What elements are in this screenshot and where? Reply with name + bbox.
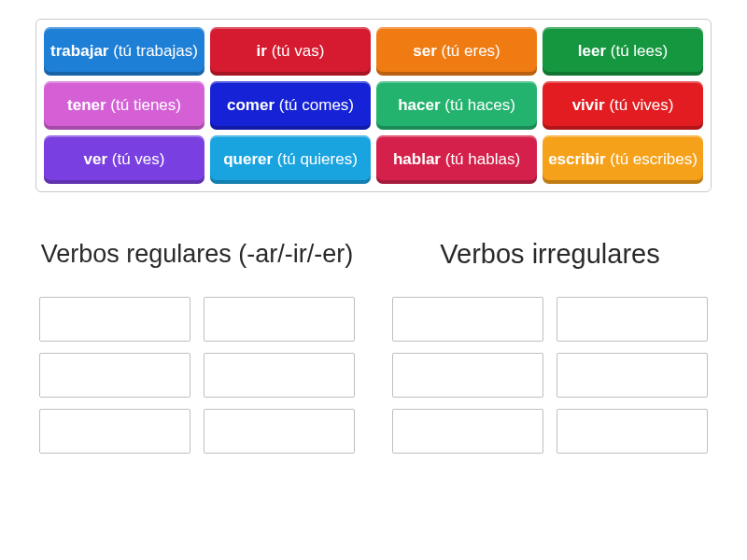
- drop-slot[interactable]: [557, 353, 708, 398]
- verb-tile[interactable]: ver (tú ves): [44, 135, 204, 184]
- drop-slot[interactable]: [204, 409, 355, 454]
- category-regulares: Verbos regulares (-ar/-ir/-er): [39, 218, 355, 454]
- verb-tile[interactable]: ir (tú vas): [210, 27, 371, 76]
- drop-slot[interactable]: [39, 353, 190, 398]
- verb-tile[interactable]: leer (tú lees): [543, 27, 703, 76]
- verb-tile[interactable]: comer (tú comes): [210, 81, 371, 130]
- verb-tile[interactable]: ser (tú eres): [376, 27, 537, 76]
- verb-tile[interactable]: hablar (tú hablas): [376, 135, 537, 184]
- category-title: Verbos regulares (-ar/-ir/-er): [39, 218, 355, 291]
- drop-slot[interactable]: [39, 409, 190, 454]
- verb-tile[interactable]: trabajar (tú trabajas): [44, 27, 204, 76]
- drop-slot[interactable]: [557, 409, 708, 454]
- drop-slot[interactable]: [204, 353, 355, 398]
- verb-tile[interactable]: vivir (tú vives): [543, 81, 703, 130]
- tile-tray: trabajar (tú trabajas) ir (tú vas) ser (…: [35, 19, 712, 192]
- drop-slot[interactable]: [557, 297, 708, 342]
- category-title: Verbos irregulares: [392, 218, 708, 291]
- drop-slot[interactable]: [392, 409, 543, 454]
- category-irregulares: Verbos irregulares: [392, 218, 708, 454]
- slot-grid: [392, 297, 708, 454]
- categories-area: Verbos regulares (-ar/-ir/-er) Verbos ir…: [35, 218, 712, 454]
- drop-slot[interactable]: [392, 353, 543, 398]
- verb-tile[interactable]: querer (tú quieres): [210, 135, 371, 184]
- drop-slot[interactable]: [39, 297, 190, 342]
- slot-grid: [39, 297, 355, 454]
- drop-slot[interactable]: [204, 297, 355, 342]
- verb-tile[interactable]: hacer (tú haces): [376, 81, 537, 130]
- verb-tile[interactable]: tener (tú tienes): [44, 81, 204, 130]
- verb-tile[interactable]: escribir (tú escribes): [543, 135, 703, 184]
- drop-slot[interactable]: [392, 297, 543, 342]
